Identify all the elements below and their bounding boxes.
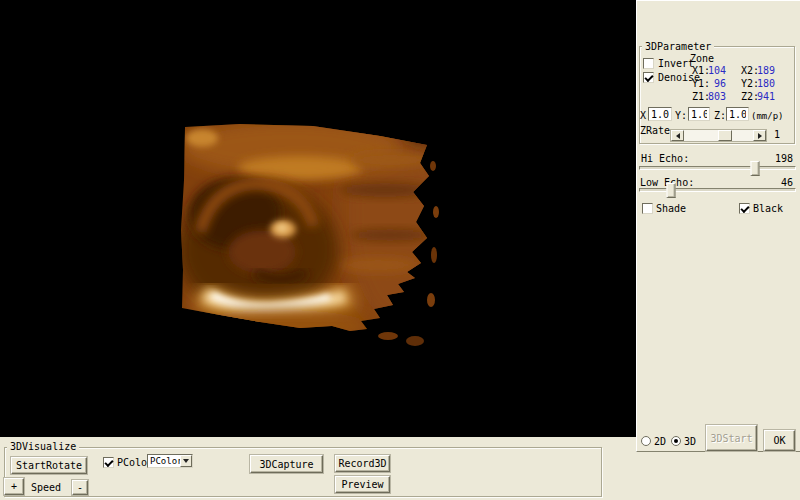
scale-z-input[interactable] bbox=[726, 107, 749, 121]
mode-3d-label: 3D bbox=[684, 436, 696, 447]
dropdown-arrow-icon bbox=[183, 459, 189, 463]
invert-checkbox[interactable] bbox=[643, 58, 654, 69]
scale-x-input[interactable] bbox=[648, 107, 672, 121]
shade-checkbox[interactable] bbox=[642, 203, 653, 214]
zone-y1-value: 96 bbox=[699, 78, 726, 89]
zrate-scroll-left-button[interactable] bbox=[671, 130, 684, 141]
zrate-label: ZRate bbox=[640, 125, 670, 136]
zrate-scroll-thumb[interactable] bbox=[718, 130, 732, 141]
group-3dparameter-label: 3DParameter bbox=[642, 41, 714, 52]
zone-z2-value: 941 bbox=[749, 91, 775, 102]
ultrasound-3d-render[interactable] bbox=[0, 0, 636, 437]
hi-echo-label: Hi Echo: bbox=[641, 153, 689, 164]
shade-label: Shade bbox=[656, 203, 686, 214]
zone-label: Zone bbox=[690, 53, 714, 64]
pcolor-combobox[interactable]: PColor bbox=[147, 454, 193, 468]
black-checkbox[interactable] bbox=[739, 203, 750, 214]
zone-x1-value: 104 bbox=[699, 65, 726, 76]
zone-y2-value: 180 bbox=[749, 78, 775, 89]
zone-x2-value: 189 bbox=[749, 65, 775, 76]
start-rotate-button[interactable]: StartRotate bbox=[11, 457, 87, 474]
record3d-button[interactable]: Record3D bbox=[335, 455, 390, 472]
hi-echo-slider-track[interactable] bbox=[639, 166, 796, 170]
low-echo-slider-thumb[interactable] bbox=[666, 183, 675, 198]
3dcapture-button[interactable]: 3DCapture bbox=[250, 455, 323, 473]
zrate-value: 1 bbox=[774, 129, 780, 140]
group-3dvisualize-label: 3DVisualize bbox=[7, 441, 79, 452]
zrate-scrollbar[interactable] bbox=[670, 129, 767, 142]
zone-z1-value: 803 bbox=[699, 91, 726, 102]
low-echo-slider-track[interactable] bbox=[639, 188, 796, 192]
speed-plus-button[interactable]: + bbox=[4, 478, 24, 495]
scale-y-label: Y: bbox=[675, 110, 687, 121]
scroll-left-icon bbox=[676, 133, 680, 139]
pcolor-combobox-value: PColor bbox=[150, 456, 183, 466]
pcolor-checkbox[interactable] bbox=[103, 457, 114, 468]
mode-3d-radio[interactable] bbox=[671, 436, 681, 446]
3dstart-button[interactable]: 3DStart bbox=[706, 425, 757, 451]
ok-button[interactable]: OK bbox=[764, 430, 795, 451]
speed-minus-button[interactable]: - bbox=[72, 480, 88, 495]
scroll-right-icon bbox=[758, 133, 762, 139]
parameter-panel: 3DParameter Invert Denoise Zone X1: 104 … bbox=[636, 0, 800, 452]
low-echo-value: 46 bbox=[757, 177, 793, 188]
zrate-scroll-right-button[interactable] bbox=[753, 130, 766, 141]
visualize-panel: 3DVisualize StartRotate + Speed - PColor… bbox=[0, 437, 636, 500]
zrate-scroll-track[interactable] bbox=[684, 130, 753, 141]
mode-2d-radio[interactable] bbox=[641, 436, 651, 446]
mode-2d-label: 2D bbox=[654, 436, 666, 447]
render-viewport[interactable] bbox=[0, 0, 636, 437]
speed-label: Speed bbox=[31, 482, 61, 493]
hi-echo-value: 198 bbox=[757, 153, 793, 164]
invert-label: Invert bbox=[658, 58, 694, 69]
app-window: 3DParameter Invert Denoise Zone X1: 104 … bbox=[0, 0, 800, 500]
scale-z-label: Z: bbox=[714, 110, 726, 121]
hi-echo-slider-thumb[interactable] bbox=[751, 161, 760, 176]
denoise-checkbox[interactable] bbox=[643, 72, 654, 83]
preview-button[interactable]: Preview bbox=[335, 476, 390, 493]
scale-unit-label: (mm/p) bbox=[751, 111, 784, 122]
scale-y-input[interactable] bbox=[688, 107, 710, 121]
black-label: Black bbox=[753, 203, 783, 214]
pcolor-combobox-button[interactable] bbox=[180, 455, 192, 467]
